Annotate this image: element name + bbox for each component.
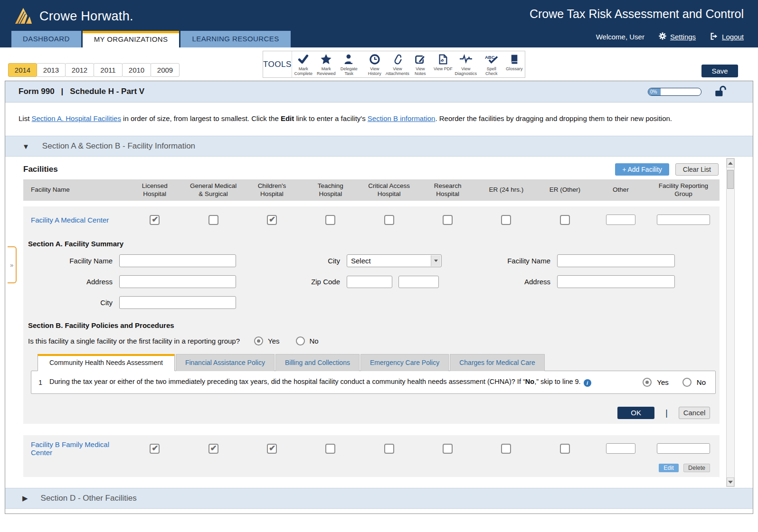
form-title-bar: Form 990 | Schedule H - Part V 0%: [5, 81, 753, 103]
view-diagnostics-button[interactable]: View Diagnostics: [455, 51, 477, 77]
nav-tab-learning-resources[interactable]: LEARNING RESOURCES: [180, 31, 290, 47]
view-pdf-button[interactable]: View PDF: [432, 51, 455, 77]
view-history-button[interactable]: View History: [363, 51, 386, 77]
unlock-icon[interactable]: [714, 85, 727, 99]
facility-summary-form: Facility Name City Select Facility Name …: [23, 254, 720, 309]
licensed-hospital-checkbox[interactable]: [150, 215, 160, 225]
research-hospital-checkbox[interactable]: [443, 444, 453, 454]
nav-tab-my-organizations[interactable]: MY ORGANIZATIONS: [83, 31, 180, 47]
facility-name-right-input[interactable]: [557, 254, 675, 267]
collapse-triangle-icon[interactable]: ▼: [22, 142, 29, 150]
edit-button[interactable]: Edit: [659, 464, 679, 472]
nav-tab-dashboard[interactable]: DASHBOARD: [11, 31, 81, 47]
year-tab-2014[interactable]: 2014: [8, 63, 37, 77]
scroll-down-button[interactable]: [727, 477, 734, 486]
teaching-hospital-checkbox[interactable]: [325, 215, 335, 225]
general-medical-checkbox[interactable]: [208, 444, 218, 454]
zip-code-input[interactable]: [347, 276, 392, 288]
tab-charges-medical-care[interactable]: Charges for Medical Care: [450, 354, 545, 371]
ok-button[interactable]: OK: [617, 407, 654, 419]
tab-community-health-needs[interactable]: Community Health Needs Assessment: [38, 354, 175, 371]
zip-plus4-input[interactable]: [398, 276, 439, 288]
chna-yes-radio[interactable]: [643, 378, 652, 387]
facilities-table-header: Facility Name Licensed Hospital General …: [23, 179, 720, 201]
year-tab-2010[interactable]: 2010: [122, 63, 151, 77]
paperclip-icon: [392, 54, 403, 65]
year-tab-2011[interactable]: 2011: [94, 63, 123, 77]
research-hospital-checkbox[interactable]: [443, 215, 453, 225]
facility-a-link[interactable]: Facility A Medical Center: [23, 216, 125, 224]
city-input[interactable]: [119, 296, 236, 309]
er-24hrs-checkbox[interactable]: [501, 215, 511, 225]
chna-no-radio[interactable]: [682, 378, 692, 387]
form-title: Form 990 | Schedule H - Part V: [19, 87, 144, 96]
address-input[interactable]: [119, 275, 236, 288]
reporting-yes-radio[interactable]: [254, 336, 263, 345]
er-other-checkbox[interactable]: [560, 215, 570, 225]
er-24hrs-checkbox[interactable]: [501, 444, 511, 454]
column-header: Facility Name: [23, 186, 125, 194]
delegate-task-button[interactable]: Delegate Task: [338, 51, 360, 77]
logout-link[interactable]: Logout: [710, 33, 744, 41]
city-select[interactable]: Select: [347, 254, 442, 267]
address-right-label: Address: [448, 278, 550, 286]
year-tab-2012[interactable]: 2012: [65, 63, 94, 77]
critical-access-checkbox[interactable]: [384, 444, 394, 454]
inline-link[interactable]: Section B information: [368, 114, 436, 122]
slide-out-handle[interactable]: »: [8, 246, 17, 283]
save-button[interactable]: Save: [701, 65, 738, 77]
mark-complete-button[interactable]: Mark Complete: [292, 51, 315, 77]
facility-reporting-group-field[interactable]: [657, 215, 710, 225]
section-d-header[interactable]: ▶ Section D - Other Facilities: [5, 488, 753, 509]
year-tabs: 2014 2013 2012 2011 2010 2009: [9, 63, 180, 77]
pdf-document-icon: [438, 54, 448, 65]
section-ab-header[interactable]: ▼ Section A & Section B - Facility Infor…: [5, 136, 753, 157]
facility-b-link[interactable]: Facility B Family Medical Center: [23, 440, 125, 457]
scroll-up-button[interactable]: [727, 159, 734, 168]
reporting-no-radio[interactable]: [296, 336, 305, 345]
svg-text:ABC: ABC: [485, 55, 495, 60]
add-facility-button[interactable]: + Add Facility: [615, 163, 669, 176]
settings-link[interactable]: Settings: [659, 32, 696, 41]
childrens-hospital-checkbox[interactable]: [267, 215, 277, 225]
other-field[interactable]: [606, 215, 635, 225]
facility-reporting-group-field[interactable]: [657, 443, 710, 454]
reporting-group-question: Is this facility a single facility or th…: [23, 336, 720, 345]
glossary-button[interactable]: Glossary: [503, 51, 526, 77]
year-tab-2013[interactable]: 2013: [37, 63, 66, 77]
toolbar-band: 2014 2013 2012 2011 2010 2009 TOOLS Mark…: [0, 47, 758, 81]
expand-triangle-icon[interactable]: ▶: [22, 494, 28, 503]
yes-label: Yes: [268, 337, 279, 345]
vertical-scrollbar[interactable]: [726, 158, 735, 487]
column-header: Research Hospital: [418, 182, 477, 197]
teaching-hospital-checkbox[interactable]: [325, 444, 335, 454]
view-notes-button[interactable]: View Notes: [409, 51, 432, 77]
cancel-button[interactable]: Cancel: [679, 407, 710, 419]
facility-name-input[interactable]: [119, 254, 236, 267]
inline-link[interactable]: Section A. Hospital Facilities: [32, 114, 121, 122]
year-tab-2009[interactable]: 2009: [151, 63, 180, 77]
clear-list-button[interactable]: Clear List: [675, 163, 719, 176]
tab-financial-assistance[interactable]: Financial Assistance Policy: [176, 354, 275, 371]
form-number: Form 990: [19, 87, 55, 96]
other-field[interactable]: [606, 443, 635, 454]
licensed-hospital-checkbox[interactable]: [150, 444, 160, 454]
er-other-checkbox[interactable]: [560, 444, 570, 454]
dropdown-arrow-icon[interactable]: [431, 255, 441, 266]
scrollbar-thumb[interactable]: [727, 170, 734, 189]
column-header: Critical Access Hospital: [360, 182, 418, 197]
section-a-summary-heading: Section A. Facility Summary: [23, 233, 720, 248]
tab-emergency-care[interactable]: Emergency Care Policy: [360, 354, 449, 371]
general-medical-checkbox[interactable]: [208, 215, 218, 225]
person-icon: [344, 54, 354, 65]
tab-billing-collections[interactable]: Billing and Collections: [275, 354, 360, 371]
mark-reviewed-button[interactable]: Mark Reviewed: [315, 51, 338, 77]
column-header: ER (24 hrs.): [477, 186, 535, 194]
delete-button[interactable]: Delete: [683, 464, 710, 472]
childrens-hospital-checkbox[interactable]: [267, 444, 277, 454]
spell-check-button[interactable]: ABC Spell Check: [480, 51, 503, 77]
info-icon[interactable]: [584, 379, 591, 387]
critical-access-checkbox[interactable]: [384, 215, 394, 225]
view-attachments-button[interactable]: View Attachments: [386, 51, 409, 77]
address-right-input[interactable]: [557, 275, 675, 288]
